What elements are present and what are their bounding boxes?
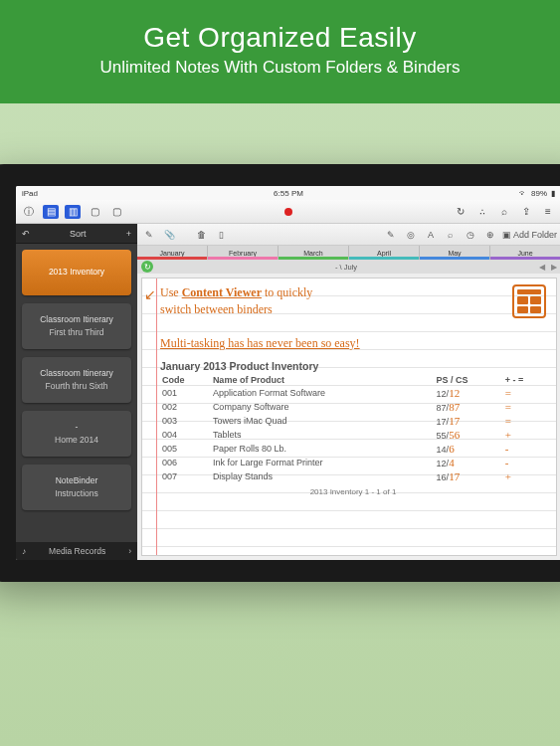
breadcrumb: ↻ - \ July ◀ ▶ <box>137 260 560 274</box>
page-icon[interactable]: ▯ <box>213 227 229 243</box>
chevron-right-icon: › <box>128 546 131 556</box>
note-paper[interactable]: ↙ Use Content Viewer to quickly switch b… <box>141 278 557 556</box>
tab-january[interactable]: January <box>137 246 208 260</box>
sidebar: ↶ Sort + 2013 Inventory Classroom Itiner… <box>16 224 137 560</box>
battery-icon: ▮ <box>551 189 555 198</box>
media-label: Media Records <box>49 546 105 556</box>
attach-icon[interactable]: 📎 <box>161 227 177 243</box>
add-folder-icon: ▣ <box>502 230 511 240</box>
col-pm: + - = <box>503 374 546 386</box>
undo-icon[interactable]: ↶ <box>22 229 30 239</box>
nav-right-icon[interactable]: ▶ <box>551 263 557 272</box>
arrow-icon: ↙ <box>144 286 156 302</box>
wifi-icon: ᯤ <box>519 189 527 198</box>
search-icon[interactable]: ⌕ <box>495 203 513 221</box>
view-icon-2[interactable]: ▥ <box>65 205 81 219</box>
refresh-icon[interactable]: ↻ <box>141 261 153 273</box>
sidebar-item[interactable]: Classroom Itinerary Fourth thru Sixth <box>22 357 131 403</box>
top-toolbar: ⓘ ▤ ▥ ▢ ▢ ↻ ⛬ ⌕ ⇪ ≡ <box>16 200 560 224</box>
view-icon-1[interactable]: ▤ <box>43 205 59 219</box>
add-button[interactable]: + <box>126 229 131 239</box>
table-row: 001Application Format Software12/12= <box>160 386 546 400</box>
tab-may[interactable]: May <box>420 246 490 260</box>
sidebar-header: ↶ Sort + <box>16 224 137 244</box>
banner-title: Get Organized Easily <box>10 22 550 54</box>
inventory-title: January 2013 Product Inventory <box>160 360 546 372</box>
device-label: iPad <box>22 189 38 198</box>
sidebar-item-inventory[interactable]: 2013 Inventory <box>22 250 131 295</box>
battery-label: 89% <box>531 189 547 198</box>
table-row: 002Company Software87/87= <box>160 400 546 414</box>
table-row: 005Paper Rolls 80 Lb.14/6- <box>160 442 546 456</box>
table-row: 003Towers iMac Quad17/17= <box>160 414 546 428</box>
edit-icon[interactable]: ✎ <box>141 227 157 243</box>
inventory-footer: 2013 Inventory 1 - 1 of 1 <box>160 487 546 496</box>
sidebar-footer[interactable]: ♪ Media Records › <box>16 542 137 560</box>
col-name: Name of Product <box>211 374 435 386</box>
banner-subtitle: Unlimited Notes With Custom Folders & Bi… <box>10 58 550 78</box>
month-tabs: January February March April May June <box>137 246 560 260</box>
note-line-2: switch between binders <box>160 301 546 318</box>
sidebar-item[interactable]: - Home 2014 <box>22 411 131 457</box>
tab-march[interactable]: March <box>279 246 349 260</box>
tablet-frame: iPad 6:55 PM ᯤ 89% ▮ ⓘ ▤ ▥ ▢ ▢ ↻ ⛬ ⌕ ⇪ ≡ <box>0 164 560 582</box>
tab-february[interactable]: February <box>208 246 279 260</box>
info-icon[interactable]: ⓘ <box>20 203 38 221</box>
viewer-toolbar: ✎ 📎 🗑 ▯ ✎ ◎ A ⌕ ◷ ⊕ ▣ Add Folder <box>137 224 560 246</box>
tab-june[interactable]: June <box>490 246 560 260</box>
nav-left-icon[interactable]: ◀ <box>539 263 545 272</box>
timer-icon[interactable]: ◷ <box>463 227 478 243</box>
sidebar-item[interactable]: NoteBinder Instructions <box>22 465 131 510</box>
add-folder-button[interactable]: ▣ Add Folder <box>502 230 557 240</box>
inventory-table: Code Name of Product PS / CS + - = 001Ap… <box>160 374 546 483</box>
sidebar-list: 2013 Inventory Classroom Itinerary First… <box>16 244 137 542</box>
more-icon[interactable]: ≡ <box>539 203 557 221</box>
tab-april[interactable]: April <box>349 246 420 260</box>
record-icon[interactable] <box>284 208 292 216</box>
calculator-icon <box>512 284 546 318</box>
add-folder-label: Add Folder <box>513 230 557 240</box>
table-header-row: Code Name of Product PS / CS + - = <box>160 374 546 386</box>
share-icon[interactable]: ⇪ <box>517 203 535 221</box>
status-bar: iPad 6:55 PM ᯤ 89% ▮ <box>16 186 560 200</box>
table-row: 006Ink for Large Format Printer12/4- <box>160 456 546 469</box>
text-icon[interactable]: A <box>423 227 439 243</box>
sync-icon[interactable]: ↻ <box>452 203 469 221</box>
view-icon-3[interactable]: ▢ <box>86 203 103 221</box>
clock: 6:55 PM <box>274 189 303 198</box>
promo-banner: Get Organized Easily Unlimited Notes Wit… <box>0 0 560 103</box>
media-icon: ♪ <box>22 546 26 556</box>
crumb-text: - \ July <box>157 263 535 272</box>
pen-icon[interactable]: ✎ <box>383 227 399 243</box>
people-icon[interactable]: ⛬ <box>473 203 491 221</box>
note-line-3: Multi-tasking has has never been so easy… <box>160 335 546 352</box>
screen: iPad 6:55 PM ᯤ 89% ▮ ⓘ ▤ ▥ ▢ ▢ ↻ ⛬ ⌕ ⇪ ≡ <box>16 186 560 560</box>
note-line-1: Use Content Viewer to quickly <box>160 284 546 301</box>
sidebar-item[interactable]: Classroom Itinerary First thru Third <box>22 303 131 349</box>
camera-icon[interactable]: ◎ <box>403 227 419 243</box>
trash-icon[interactable]: 🗑 <box>193 227 209 243</box>
view-icon-4[interactable]: ▢ <box>107 203 125 221</box>
col-pscs: PS / CS <box>435 374 503 386</box>
sort-button[interactable]: Sort <box>70 229 87 239</box>
zoom-icon[interactable]: ⊕ <box>482 227 498 243</box>
find-icon[interactable]: ⌕ <box>443 227 459 243</box>
col-code: Code <box>160 374 211 386</box>
table-row: 007Display Stands16/17+ <box>160 469 546 483</box>
table-row: 004Tablets55/56+ <box>160 428 546 442</box>
viewer: ✎ 📎 🗑 ▯ ✎ ◎ A ⌕ ◷ ⊕ ▣ Add Folder <box>137 224 560 560</box>
